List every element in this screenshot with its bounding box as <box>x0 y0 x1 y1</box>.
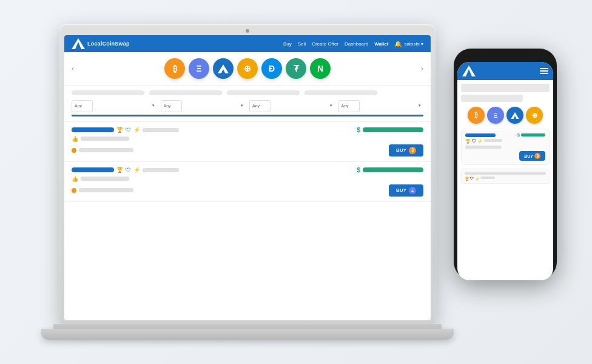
crypto-coins: ₿ Ξ ⊕ Đ ₮ N <box>79 58 416 79</box>
logo-text: LocalCoinSwap <box>87 41 130 47</box>
listing-1-detail <box>81 136 129 141</box>
mobile-coin-token[interactable]: ⊕ <box>526 107 543 124</box>
svg-marker-2 <box>218 64 229 73</box>
mobile-listing-1-top: $ <box>465 133 545 137</box>
listing-1-price: $ <box>357 127 423 133</box>
svg-marker-5 <box>511 112 519 119</box>
mobile-badge-bar-1 <box>484 139 502 142</box>
listing-1-left: 🏆 🛡 ⚡ <box>72 127 179 133</box>
seller-1-bar <box>72 127 114 132</box>
prev-arrow[interactable]: ‹ <box>72 64 74 73</box>
mobile-trophy-1: 🏆 <box>465 139 471 144</box>
dropdown-arrow-3: ▾ <box>330 103 332 108</box>
nav-links: Buy Sell Create Offer Dashboard Wallet 🔔… <box>283 41 423 47</box>
payment-bar-1 <box>79 148 133 152</box>
payment-bar-2 <box>79 188 133 192</box>
payment-dot-1 <box>72 148 76 153</box>
dropdown-arrow-4: ▾ <box>419 103 421 108</box>
listing-2-price: $ <box>357 167 423 174</box>
nav-sell[interactable]: Sell <box>298 41 306 47</box>
mobile-buy-button-1[interactable]: BUY ₿ <box>519 151 545 161</box>
buy-coin-btc: ₿ <box>409 147 416 154</box>
filter-dropdown-2[interactable]: Any <box>161 100 182 112</box>
mobile-mini-badges: 🏆 🛡 ⚡ <box>465 177 546 181</box>
mobile-shield-1: 🛡 <box>472 139 476 144</box>
mobile-coins: ₿ Ξ ⊕ <box>461 107 550 124</box>
mobile-bolt-1: ⚡ <box>477 139 483 144</box>
mobile-listing-mini: 🏆 🛡 ⚡ <box>461 169 550 184</box>
payment-dot-2 <box>72 188 76 193</box>
mini-badge-bar <box>480 177 495 179</box>
bell-icon[interactable]: 🔔 <box>394 41 402 47</box>
buy-coin-eth: Ξ <box>409 187 416 194</box>
mobile-coin-eth[interactable]: Ξ <box>487 107 504 124</box>
dollar-sign-1: $ <box>357 127 360 133</box>
dropdown-arrow-1: ▾ <box>152 103 155 108</box>
laptop-base <box>53 324 442 329</box>
mobile-coin-lcs[interactable] <box>506 107 523 124</box>
laptop-device: LocalCoinSwap Buy Sell Create Offer Dash… <box>41 24 454 340</box>
ham-line-3 <box>540 73 548 74</box>
filter-select-4[interactable]: Any ▾ <box>338 99 424 112</box>
logo: LocalCoinSwap <box>72 38 130 49</box>
coin-btc[interactable]: ₿ <box>164 58 185 79</box>
nav-buy[interactable]: Buy <box>283 41 292 47</box>
mobile-filter-1 <box>461 84 550 92</box>
scene: LocalCoinSwap Buy Sell Create Offer Dash… <box>23 12 569 352</box>
bolt-badge-1: ⚡ <box>133 127 140 133</box>
shield-badge-1: 🛡 <box>126 127 131 133</box>
dropdown-arrow-2: ▾ <box>241 103 243 108</box>
filter-dropdown-3[interactable]: Any <box>249 100 271 112</box>
thumbs-up-1: 👍 <box>72 136 78 142</box>
filter-select-1[interactable]: Any ▾ <box>72 99 157 112</box>
filter-select-3[interactable]: Any ▾ <box>249 99 335 112</box>
buy-label-2: BUY <box>396 187 406 193</box>
filter-dropdown-1[interactable]: Any <box>72 100 93 112</box>
mobile-dollar-1: $ <box>517 133 520 137</box>
filter-ph-1 <box>72 90 144 95</box>
trophy-badge-2: 🏆 <box>116 167 123 173</box>
mobile-coin-btc[interactable]: ₿ <box>468 107 485 124</box>
nav-wallet[interactable]: Wallet <box>374 41 388 47</box>
listing-1-bottom: BUY ₿ <box>72 144 423 157</box>
coin-dash[interactable]: Đ <box>261 58 282 79</box>
coin-neo[interactable]: N <box>310 58 331 79</box>
mobile-listing-1-bottom: BUY ₿ <box>465 151 545 161</box>
coin-lcs[interactable] <box>213 58 234 79</box>
mobile-mini-bar-1 <box>465 172 546 175</box>
username[interactable]: satoshi ▾ <box>404 41 423 47</box>
mobile-navbar <box>457 62 553 80</box>
logo-icon <box>72 38 85 49</box>
nav-user: 🔔 satoshi ▾ <box>394 41 423 47</box>
mobile-buy-coin-btc: ₿ <box>534 153 540 159</box>
coin-usdt[interactable]: ₮ <box>286 58 306 79</box>
laptop-screen-outer: LocalCoinSwap Buy Sell Create Offer Dash… <box>59 24 436 324</box>
hamburger-menu[interactable] <box>540 68 548 74</box>
laptop-body <box>41 329 454 340</box>
buy-button-1[interactable]: BUY ₿ <box>389 144 423 157</box>
mobile-price-1: $ <box>517 133 545 137</box>
mobile-detail-1 <box>465 146 502 149</box>
nav-dashboard[interactable]: Dashboard <box>345 41 368 47</box>
listing-2-top: 🏆 🛡 ⚡ $ <box>72 167 423 174</box>
filter-select-2[interactable]: Any ▾ <box>161 99 246 112</box>
listing-1-mid: 👍 <box>72 136 423 142</box>
mobile-notch <box>490 55 520 59</box>
coin-eth[interactable]: Ξ <box>189 58 209 79</box>
buy-label-1: BUY <box>396 147 406 153</box>
price-bar-2 <box>363 167 423 172</box>
filter-ph-3 <box>227 90 300 95</box>
filter-dropdown-4[interactable]: Any <box>338 100 360 112</box>
filter-ph-2 <box>149 90 222 95</box>
listing-1: 🏆 🛡 ⚡ $ 👍 <box>64 122 431 162</box>
crypto-row: ‹ ₿ Ξ ⊕ Đ ₮ N › <box>64 52 431 86</box>
nav-create-offer[interactable]: Create Offer <box>312 41 338 47</box>
mobile-seller-1 <box>465 133 496 137</box>
mobile-logo-icon <box>462 66 476 76</box>
trophy-badge-1: 🏆 <box>116 127 123 133</box>
bolt-badge-2: ⚡ <box>133 167 140 173</box>
next-arrow[interactable]: › <box>421 64 423 73</box>
coin-token[interactable]: ⊕ <box>237 58 258 79</box>
buy-button-2[interactable]: BUY Ξ <box>389 184 423 197</box>
filter-selects: Any ▾ Any ▾ Any ▾ Any ▾ <box>72 99 423 112</box>
